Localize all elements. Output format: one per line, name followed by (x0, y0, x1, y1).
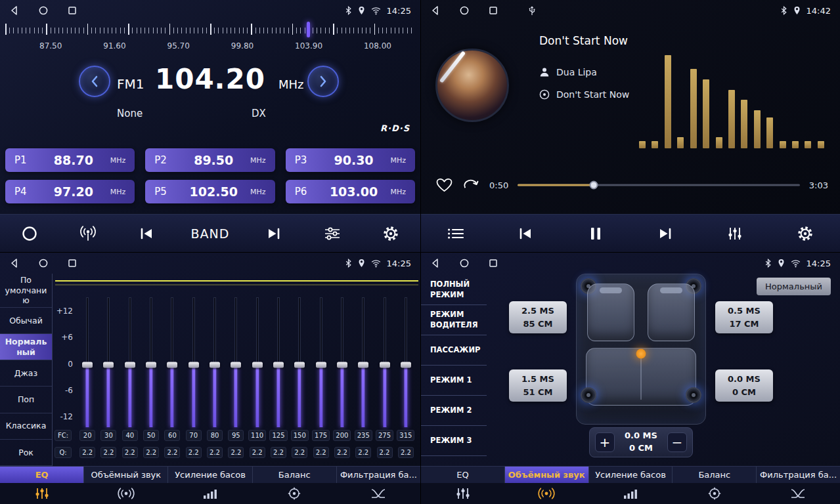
tab-eq-icon[interactable] (0, 487, 84, 500)
preset-button[interactable]: P5 102.50 MHz (145, 180, 275, 203)
audio-tab[interactable]: Баланс (253, 467, 337, 483)
stage-preset-button[interactable]: Нормальный (757, 278, 831, 295)
gear-icon[interactable] (376, 219, 405, 248)
eq-slider-knob[interactable] (146, 362, 156, 368)
eq-band-slider[interactable] (204, 297, 225, 427)
eq-band-slider[interactable] (225, 297, 246, 427)
recents-icon[interactable] (488, 5, 498, 16)
equalizer-icon[interactable] (720, 219, 749, 248)
audio-tab[interactable]: EQ (421, 467, 505, 483)
home-icon[interactable] (38, 258, 49, 268)
audio-tab[interactable]: Баланс (673, 467, 757, 483)
eq-preset-item[interactable]: Обычай (0, 308, 52, 334)
eq-preset-item[interactable]: Нормальный (0, 334, 52, 360)
tab-bass-boost-icon[interactable] (588, 488, 673, 499)
tune-down-button[interactable] (79, 66, 110, 97)
broadcast-icon[interactable] (74, 219, 102, 248)
eq-band-slider[interactable] (77, 297, 98, 427)
tab-eq-icon[interactable] (421, 487, 505, 500)
home-icon[interactable] (459, 5, 470, 16)
eq-preset-item[interactable]: Классика (0, 413, 52, 440)
back-icon[interactable] (9, 258, 20, 268)
eq-preset-item[interactable]: Джаз (0, 360, 52, 387)
delay-front-right[interactable]: 0.5 MS 17 CM (715, 301, 773, 333)
band-button[interactable]: BAND (191, 219, 230, 248)
audio-settings-icon[interactable] (318, 219, 347, 248)
eq-slider-knob[interactable] (273, 362, 284, 368)
recents-icon[interactable] (67, 258, 77, 268)
delay-rear-right[interactable]: 0.0 MS 0 CM (715, 369, 773, 402)
preset-button[interactable]: P6 103.00 MHz (286, 180, 415, 203)
eq-preset-item[interactable]: По умолчанию (0, 274, 52, 308)
back-icon[interactable] (430, 258, 441, 268)
eq-slider-knob[interactable] (231, 362, 241, 368)
eq-band-slider[interactable] (353, 297, 374, 427)
eq-slider-knob[interactable] (210, 362, 220, 368)
preset-button[interactable]: P1 88.70 MHz (5, 148, 135, 172)
eq-band-slider[interactable] (247, 297, 268, 427)
eq-slider-knob[interactable] (252, 362, 263, 368)
eq-preset-item[interactable]: Рок (0, 440, 52, 466)
frequency-scale[interactable]: 87.5091.6095.7099.80103.90108.00 (5, 22, 415, 53)
eq-slider-knob[interactable] (380, 362, 390, 368)
audio-tab[interactable]: Фильтрация ба... (337, 467, 420, 483)
eq-band-slider[interactable] (162, 297, 183, 427)
recents-icon[interactable] (67, 5, 77, 16)
tab-filter-icon[interactable] (336, 488, 420, 499)
favorite-icon[interactable] (435, 178, 453, 193)
eq-band-slider[interactable] (183, 297, 204, 427)
eq-slider-knob[interactable] (316, 362, 326, 368)
eq-slider-knob[interactable] (82, 362, 93, 368)
playlist-icon[interactable] (441, 219, 470, 248)
stage-mode-item[interactable]: ПОЛНЫЙ РЕЖИМ (421, 275, 487, 305)
eq-slider-knob[interactable] (167, 362, 177, 368)
home-icon[interactable] (38, 5, 49, 16)
stage-mode-item[interactable]: РЕЖИМ 1 (421, 366, 487, 396)
tab-bass-boost-icon[interactable] (168, 488, 252, 499)
audio-tab[interactable]: Усиление басов (589, 467, 673, 483)
audio-tab[interactable]: Объёмный звук (505, 467, 589, 483)
back-icon[interactable] (430, 5, 441, 16)
delay-rear-left[interactable]: 1.5 MS 51 CM (509, 369, 567, 402)
tab-filter-icon[interactable] (756, 488, 840, 499)
audio-tab[interactable]: Усиление басов (168, 467, 252, 483)
preset-button[interactable]: P2 89.50 MHz (145, 148, 275, 172)
next-station-icon[interactable] (259, 219, 288, 248)
stage-mode-item[interactable]: РЕЖИМ 2 (421, 396, 487, 426)
eq-band-slider[interactable] (268, 297, 289, 427)
eq-band-slider[interactable] (289, 297, 310, 427)
preset-button[interactable]: P3 90.30 MHz (286, 148, 415, 172)
eq-slider-knob[interactable] (125, 362, 135, 368)
tab-surround-icon[interactable] (505, 488, 589, 499)
pause-icon[interactable] (581, 219, 610, 248)
eq-band-slider[interactable] (98, 297, 119, 427)
eq-preset-item[interactable]: Поп (0, 387, 52, 413)
delay-decrease-button[interactable]: − (667, 432, 687, 452)
delay-front-left[interactable]: 2.5 MS 85 CM (509, 301, 567, 333)
audio-tab[interactable]: Фильтрация ба... (757, 467, 840, 483)
previous-track-icon[interactable] (511, 219, 540, 248)
eq-band-slider[interactable] (310, 297, 331, 427)
eq-band-slider[interactable] (374, 297, 395, 427)
progress-knob[interactable] (590, 181, 598, 190)
recents-icon[interactable] (488, 258, 498, 268)
eq-band-slider[interactable] (141, 297, 162, 427)
eq-slider-knob[interactable] (401, 362, 411, 368)
tab-surround-icon[interactable] (84, 488, 168, 499)
stage-mode-item[interactable]: РЕЖИМ ВОДИТЕЛЯ (421, 305, 487, 335)
previous-station-icon[interactable] (132, 219, 161, 248)
next-track-icon[interactable] (651, 219, 680, 248)
stage-mode-item[interactable]: РЕЖИМ 3 (421, 426, 487, 456)
audio-tab[interactable]: Объёмный звук (84, 467, 168, 483)
listening-position-dot[interactable] (636, 348, 646, 358)
preset-button[interactable]: P4 97.20 MHz (5, 180, 135, 203)
tab-balance-icon[interactable] (252, 487, 336, 500)
delay-increase-button[interactable]: + (595, 432, 615, 452)
repeat-icon[interactable] (462, 178, 480, 192)
eq-slider-knob[interactable] (337, 362, 347, 368)
eq-band-slider[interactable] (332, 297, 353, 427)
back-icon[interactable] (9, 5, 20, 16)
eq-band-slider[interactable] (120, 297, 141, 427)
eq-slider-knob[interactable] (294, 362, 305, 368)
tab-balance-icon[interactable] (673, 487, 757, 500)
